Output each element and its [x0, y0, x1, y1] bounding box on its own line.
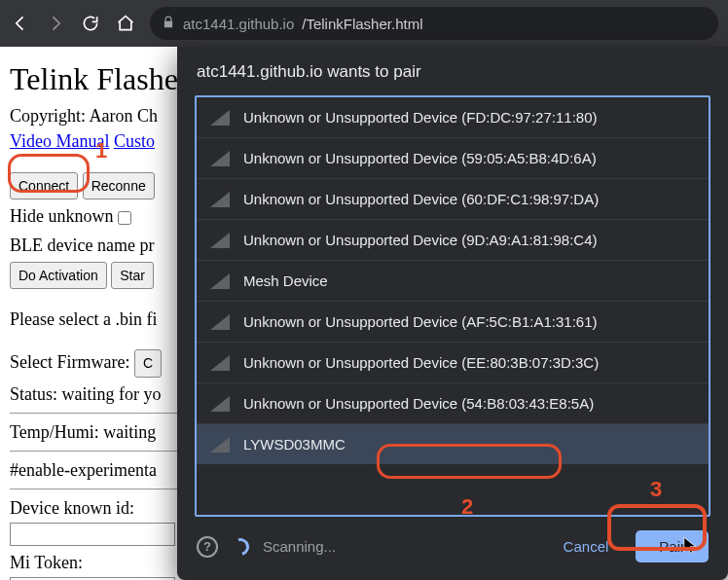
ble-pair-dialog: atc1441.github.io wants to pair Unknown …	[177, 47, 728, 580]
device-list[interactable]: Unknown or Unsupported Device (FD:DC:97:…	[195, 95, 710, 517]
signal-icon	[210, 192, 230, 207]
device-label: Unknown or Unsupported Device (EE:80:3B:…	[243, 354, 599, 371]
back-icon[interactable]	[10, 13, 31, 34]
connect-button[interactable]: Connect	[10, 172, 78, 199]
pair-button[interactable]: Pair	[636, 530, 709, 562]
device-row[interactable]: Unknown or Unsupported Device (59:05:A5:…	[197, 138, 709, 179]
pair-button-label: Pair	[659, 538, 685, 555]
signal-icon	[210, 151, 230, 166]
forward-icon[interactable]	[45, 13, 66, 34]
device-label: Unknown or Unsupported Device (54:B8:03:…	[243, 395, 594, 412]
select-firmware-label: Select Firmware:	[10, 352, 129, 372]
device-label: Unknown or Unsupported Device (9D:A9:A1:…	[243, 232, 598, 248]
dialog-title: atc1441.github.io wants to pair	[177, 47, 728, 95]
reload-icon[interactable]	[80, 13, 101, 34]
dialog-footer: ? Scanning... Cancel Pair	[177, 517, 728, 580]
hide-unknown-checkbox[interactable]	[118, 211, 131, 225]
device-label: Unknown or Unsupported Device (60:DF:C1:…	[243, 191, 599, 207]
device-row[interactable]: LYWSD03MMC	[197, 424, 709, 464]
spinner-icon	[229, 534, 253, 559]
device-row[interactable]: Unknown or Unsupported Device (9D:A9:A1:…	[197, 220, 709, 261]
signal-icon	[210, 396, 230, 412]
help-icon[interactable]: ?	[197, 536, 218, 558]
choose-firmware-button[interactable]: C	[134, 349, 162, 377]
device-row[interactable]: Unknown or Unsupported Device (60:DF:C1:…	[197, 179, 709, 220]
cursor-icon	[683, 536, 699, 556]
device-row[interactable]: Unknown or Unsupported Device (FD:DC:97:…	[197, 97, 709, 138]
reconnect-button[interactable]: Reconne	[83, 172, 155, 199]
lock-icon	[162, 16, 175, 32]
device-label: LYWSD03MMC	[243, 436, 346, 453]
device-known-input[interactable]	[10, 523, 175, 546]
browser-toolbar: atc1441.github.io/TelinkFlasher.html	[0, 0, 728, 47]
link-video-manual[interactable]: Video Manual	[10, 131, 109, 151]
signal-icon	[210, 273, 230, 289]
signal-icon	[210, 314, 230, 330]
cancel-button[interactable]: Cancel	[550, 530, 623, 562]
device-row[interactable]: Unknown or Unsupported Device (AF:5C:B1:…	[197, 302, 709, 343]
url-path: /TelinkFlasher.html	[302, 16, 422, 32]
device-row[interactable]: Mesh Device	[197, 261, 709, 302]
hide-unknown-label: Hide unknown	[10, 206, 114, 226]
scanning-label: Scanning...	[263, 538, 336, 555]
address-bar[interactable]: atc1441.github.io/TelinkFlasher.html	[150, 7, 718, 40]
do-activation-button[interactable]: Do Activation	[10, 262, 107, 289]
url-host: atc1441.github.io	[183, 16, 294, 32]
signal-icon	[210, 355, 230, 371]
home-icon[interactable]	[115, 13, 136, 34]
device-row[interactable]: Unknown or Unsupported Device (EE:80:3B:…	[197, 343, 709, 383]
signal-icon	[210, 233, 230, 248]
link-custom[interactable]: Custo	[114, 131, 155, 151]
device-label: Unknown or Unsupported Device (59:05:A5:…	[243, 150, 597, 166]
device-row[interactable]: Unknown or Unsupported Device (54:B8:03:…	[197, 383, 709, 424]
device-label: Unknown or Unsupported Device (AF:5C:B1:…	[243, 313, 598, 330]
signal-icon	[210, 437, 230, 453]
signal-icon	[210, 110, 230, 126]
device-label: Unknown or Unsupported Device (FD:DC:97:…	[243, 109, 598, 126]
start-button[interactable]: Star	[111, 262, 154, 289]
device-label: Mesh Device	[243, 272, 328, 289]
